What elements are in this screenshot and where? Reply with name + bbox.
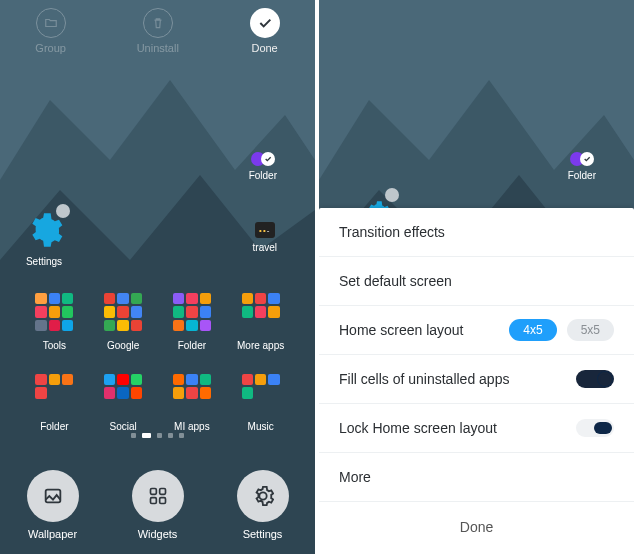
selection-badge bbox=[56, 204, 70, 218]
uninstall-button[interactable]: Uninstall bbox=[137, 8, 179, 56]
editor-actions: Wallpaper Widgets Settings bbox=[0, 470, 315, 540]
trash-icon bbox=[151, 16, 165, 30]
image-icon bbox=[42, 485, 64, 507]
travel-app[interactable]: ••- travel bbox=[253, 222, 277, 253]
row-lock-layout: Lock Home screen layout bbox=[319, 404, 634, 453]
travel-label: travel bbox=[253, 242, 277, 253]
folder-folder[interactable]: Folder bbox=[158, 290, 227, 351]
grid-label: Music bbox=[248, 421, 274, 432]
app-grid: Tools Google Folder More apps Folder Soc… bbox=[20, 290, 295, 432]
page-indicator bbox=[0, 433, 315, 438]
uninstall-label: Uninstall bbox=[137, 42, 179, 54]
settings-label: Settings bbox=[243, 528, 283, 540]
home-editor-screen: Group Uninstall Done Folder bbox=[0, 0, 315, 554]
row-label: Set default screen bbox=[339, 273, 452, 289]
travel-icon: ••- bbox=[255, 222, 275, 238]
settings-button[interactable]: Settings bbox=[237, 470, 289, 540]
layout-4x5[interactable]: 4x5 bbox=[509, 319, 556, 341]
folder-app[interactable]: Folder bbox=[249, 150, 277, 181]
folder-tools[interactable]: Tools bbox=[20, 290, 89, 351]
row-transition[interactable]: Transition effects bbox=[319, 208, 634, 257]
toggle-lock-layout[interactable] bbox=[576, 419, 614, 437]
folder-label: Folder bbox=[249, 170, 277, 181]
svg-rect-2 bbox=[159, 489, 165, 495]
done-label: Done bbox=[460, 519, 493, 535]
check-icon bbox=[583, 155, 591, 163]
done-button[interactable]: Done bbox=[250, 8, 280, 56]
row-label: Transition effects bbox=[339, 224, 445, 240]
wallpaper-button[interactable]: Wallpaper bbox=[27, 470, 79, 540]
folder-music[interactable]: Music bbox=[226, 371, 295, 432]
widgets-button[interactable]: Widgets bbox=[132, 470, 184, 540]
folder-social[interactable]: Social bbox=[89, 371, 158, 432]
grid-label: Folder bbox=[40, 421, 68, 432]
row-label: Home screen layout bbox=[339, 322, 464, 338]
row-layout: Home screen layout 4x5 5x5 bbox=[319, 306, 634, 355]
svg-rect-3 bbox=[150, 498, 156, 504]
svg-rect-4 bbox=[159, 498, 165, 504]
row-label: More bbox=[339, 469, 371, 485]
sheet-done[interactable]: Done bbox=[319, 502, 634, 551]
row-more[interactable]: More bbox=[319, 453, 634, 502]
gear-icon bbox=[252, 485, 274, 507]
grid-label: MI apps bbox=[174, 421, 210, 432]
toggle-fill-cells[interactable] bbox=[576, 370, 614, 388]
grid-label: Tools bbox=[43, 340, 66, 351]
settings-app-selected[interactable]: Settings bbox=[24, 210, 64, 267]
widgets-label: Widgets bbox=[138, 528, 178, 540]
home-settings-screen: Folder Transition effects Set default sc… bbox=[319, 0, 634, 554]
settings-label: Settings bbox=[26, 256, 62, 267]
folder-app[interactable]: Folder bbox=[568, 150, 596, 181]
folder-mi-apps[interactable]: MI apps bbox=[158, 371, 227, 432]
check-icon bbox=[264, 155, 272, 163]
grid-label: Social bbox=[110, 421, 137, 432]
folder-more-apps[interactable]: More apps bbox=[226, 290, 295, 351]
svg-rect-1 bbox=[150, 489, 156, 495]
check-icon bbox=[257, 15, 273, 31]
grid-label: Google bbox=[107, 340, 139, 351]
row-label: Fill cells of uninstalled apps bbox=[339, 371, 509, 387]
edit-topbar: Group Uninstall Done bbox=[0, 8, 315, 56]
home-settings-sheet: Transition effects Set default screen Ho… bbox=[319, 208, 634, 554]
wallpaper-label: Wallpaper bbox=[28, 528, 77, 540]
done-label: Done bbox=[251, 42, 277, 54]
widgets-icon bbox=[148, 486, 168, 506]
folder-folder2[interactable]: Folder bbox=[20, 371, 89, 432]
grid-label: More apps bbox=[237, 340, 284, 351]
row-fill-cells: Fill cells of uninstalled apps bbox=[319, 355, 634, 404]
folder-google[interactable]: Google bbox=[89, 290, 158, 351]
group-label: Group bbox=[35, 42, 66, 54]
layout-5x5[interactable]: 5x5 bbox=[567, 319, 614, 341]
folder-label: Folder bbox=[568, 170, 596, 181]
row-label: Lock Home screen layout bbox=[339, 420, 497, 436]
folder-icon bbox=[44, 16, 58, 30]
grid-label: Folder bbox=[178, 340, 206, 351]
group-button[interactable]: Group bbox=[35, 8, 66, 56]
row-default-screen[interactable]: Set default screen bbox=[319, 257, 634, 306]
